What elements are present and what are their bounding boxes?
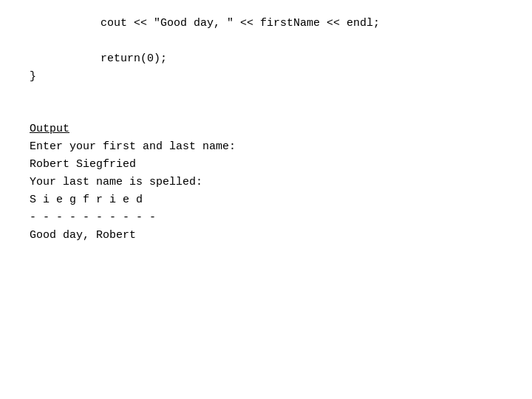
output-line-2: Robert Siegfried: [30, 156, 502, 174]
output-line-5: - - - - - - - - - -: [30, 209, 502, 227]
code-line-return: return(0);: [30, 50, 502, 68]
output-line-6: Good day, Robert: [30, 227, 502, 245]
output-heading: Output: [30, 123, 69, 135]
output-section: Output Enter your first and last name: R…: [30, 100, 502, 245]
output-line-1: Enter your first and last name:: [30, 138, 502, 156]
output-line-4: S i e g f r i e d: [30, 191, 502, 209]
code-line-brace: }: [30, 68, 502, 86]
output-line-3: Your last name is spelled:: [30, 174, 502, 191]
code-line-cout: cout << "Good day, " << firstName << end…: [30, 15, 502, 33]
code-block: cout << "Good day, " << firstName << end…: [30, 15, 502, 86]
code-line-blank: [30, 33, 502, 50]
